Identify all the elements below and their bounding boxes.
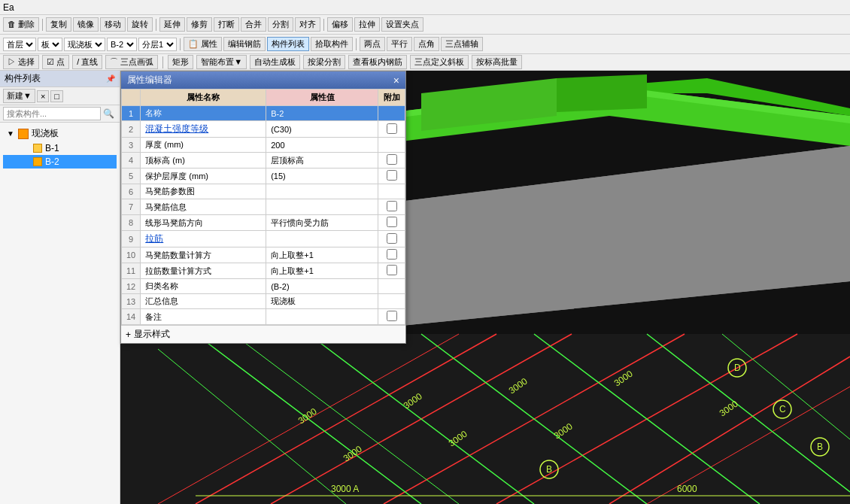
search-icon[interactable]: 🔍 <box>103 108 114 119</box>
sep5 <box>356 38 357 50</box>
two-point-button[interactable]: 两点 <box>360 37 385 51</box>
row-number: 12 <box>122 279 141 294</box>
property-editor-title[interactable]: 属性编辑器 × <box>121 71 405 89</box>
parallel-button[interactable]: 平行 <box>387 37 412 51</box>
three-point-slope-button[interactable]: 三点定义斜板 <box>410 55 469 69</box>
name-select[interactable]: B-2 <box>107 38 137 51</box>
auto-gen-button[interactable]: 自动生成板 <box>250 55 300 69</box>
property-value: (B-2) <box>266 279 378 294</box>
tree-item-b1[interactable]: B-1 <box>3 141 117 155</box>
set-grip-button[interactable]: 设置夹点 <box>381 17 423 32</box>
row-number: 4 <box>122 153 141 169</box>
property-row[interactable]: 4顶标高 (m)层顶标高 <box>122 153 405 169</box>
property-row[interactable]: 6马凳筋参数图 <box>122 184 405 199</box>
select-button[interactable]: ▷ 选择 <box>3 55 39 69</box>
close-icon[interactable]: × <box>393 74 399 87</box>
property-row[interactable]: 9拉筋 <box>122 231 405 247</box>
move-button[interactable]: 移动 <box>100 17 126 32</box>
point-button[interactable]: ☑ 点 <box>42 55 69 69</box>
component-list-button[interactable]: 构件列表 <box>267 37 309 51</box>
property-checkbox-cell <box>378 199 405 215</box>
property-name: 备注 <box>141 309 266 325</box>
merge-button[interactable]: 合并 <box>241 17 266 32</box>
property-name-link[interactable]: 混凝土强度等级 <box>145 123 208 134</box>
mirror-button[interactable]: 镜像 <box>73 17 99 32</box>
property-row[interactable]: 3厚度 (mm)200 <box>122 138 405 153</box>
footer-label: 显示样式 <box>134 328 170 341</box>
property-row[interactable]: 5保护层厚度 (mm)(15) <box>122 169 405 184</box>
svg-text:C: C <box>779 404 786 414</box>
sep2 <box>156 19 156 31</box>
sep4 <box>180 38 181 50</box>
property-editor-title-text: 属性编辑器 <box>127 74 172 87</box>
property-checkbox[interactable] <box>387 170 397 181</box>
tree-root-item[interactable]: ▼ 现浇板 <box>3 126 117 141</box>
plate-type-select[interactable]: 现浇板 <box>64 38 105 51</box>
split-button[interactable]: 分割 <box>268 17 293 32</box>
property-row[interactable]: 13汇总信息现浇板 <box>122 294 405 309</box>
tree-item-b2[interactable]: B-2 <box>3 155 117 169</box>
row-number: 6 <box>122 184 141 199</box>
copy-component-button[interactable]: □ <box>50 90 63 102</box>
property-row[interactable]: 7马凳筋信息 <box>122 199 405 215</box>
row-number: 5 <box>122 169 141 184</box>
rect-button[interactable]: 矩形 <box>168 55 193 69</box>
break-button[interactable]: 打断 <box>214 17 239 32</box>
property-row[interactable]: 14备注 <box>122 309 405 325</box>
line-button[interactable]: / 直线 <box>72 55 102 69</box>
property-value[interactable]: B-2 <box>266 106 378 121</box>
property-checkbox-cell <box>378 153 405 169</box>
point-angle-button[interactable]: 点角 <box>414 37 439 51</box>
property-checkbox[interactable] <box>387 201 397 211</box>
property-name-link[interactable]: 拉筋 <box>145 233 163 244</box>
search-input[interactable] <box>3 107 101 120</box>
property-checkbox[interactable] <box>387 217 397 227</box>
property-row[interactable]: 1名称B-2 <box>122 106 405 121</box>
property-row[interactable]: 2混凝土强度等级(C30) <box>122 121 405 138</box>
property-checkbox[interactable] <box>387 123 397 134</box>
property-checkbox[interactable] <box>387 311 397 321</box>
offset-button[interactable]: 偏移 <box>327 17 353 32</box>
arc-button[interactable]: ⌒ 三点画弧 <box>105 55 158 69</box>
property-row[interactable]: 10马凳筋数量计算方向上取整+1 <box>122 247 405 263</box>
new-component-button[interactable]: 新建▼ <box>3 89 35 103</box>
tree-b1-label: B-1 <box>45 143 59 153</box>
delete-component-button[interactable]: × <box>37 90 49 102</box>
property-name: 拉筋数量计算方式 <box>141 263 266 279</box>
property-checkbox[interactable] <box>387 154 397 165</box>
property-button[interactable]: 📋 属性 <box>184 37 222 51</box>
smart-layout-button[interactable]: 智能布置▼ <box>196 55 247 69</box>
property-row[interactable]: 12归类名称(B-2) <box>122 279 405 294</box>
align-button[interactable]: 对齐 <box>295 17 320 32</box>
property-name: 归类名称 <box>141 279 266 294</box>
property-checkbox[interactable] <box>387 233 397 244</box>
view-rebar-button[interactable]: 查看板内钢筋 <box>348 55 407 69</box>
rotate-button[interactable]: 旋转 <box>127 17 153 32</box>
floor-select[interactable]: 首层 <box>3 38 36 51</box>
copy-button[interactable]: 复制 <box>46 17 71 32</box>
row-number: 8 <box>122 215 141 231</box>
svg-text:6000: 6000 <box>677 484 697 494</box>
property-checkbox[interactable] <box>387 249 397 260</box>
extend-button[interactable]: 延伸 <box>159 17 185 32</box>
property-footer[interactable]: + 显示样式 <box>121 325 405 343</box>
stretch-button[interactable]: 拉伸 <box>354 17 380 32</box>
split-by-beam-button[interactable]: 按梁分割 <box>303 55 345 69</box>
property-checkbox[interactable] <box>387 265 397 275</box>
edit-rebar-button[interactable]: 编辑钢筋 <box>223 37 266 51</box>
property-checkbox-cell <box>378 247 405 263</box>
layer-select[interactable]: 分层1 <box>138 38 177 51</box>
left-panel: 构件列表 📌 新建▼ × □ 🔍 ▼ 现浇板 B-1 <box>0 71 120 504</box>
property-row[interactable]: 8线形马凳筋方向平行惯向受力筋 <box>122 215 405 231</box>
property-checkbox-cell <box>378 169 405 184</box>
svg-text:B: B <box>546 464 552 475</box>
trim-button[interactable]: 修剪 <box>187 17 212 32</box>
delete-button[interactable]: 🗑 删除 <box>3 17 39 32</box>
tree-area: ▼ 现浇板 B-1 B-2 <box>0 123 120 504</box>
batch-elevation-button[interactable]: 按标高批量 <box>472 55 522 69</box>
three-point-aux-button[interactable]: 三点辅轴 <box>441 37 483 51</box>
property-row[interactable]: 11拉筋数量计算方式向上取整+1 <box>122 263 405 279</box>
pick-component-button[interactable]: 拾取构件 <box>311 37 353 51</box>
panel-pin-icon: 📌 <box>106 74 115 83</box>
component-type-select[interactable]: 板 <box>38 38 62 51</box>
